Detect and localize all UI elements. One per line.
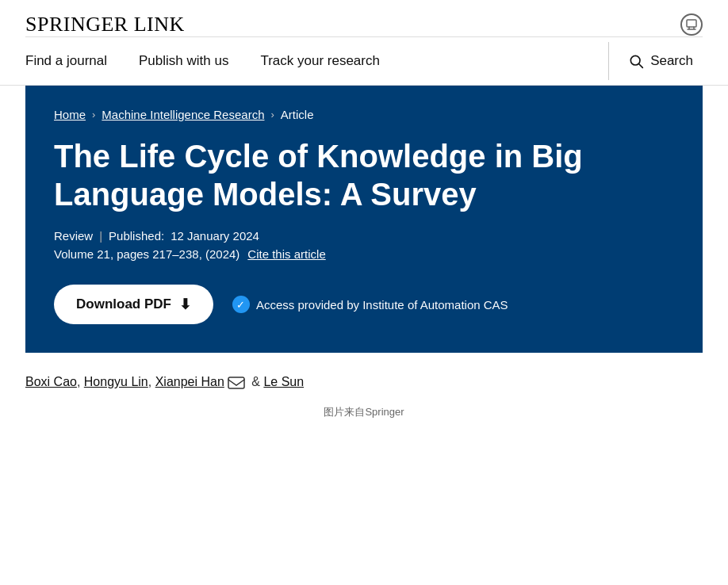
published-date: 12 January 2024 <box>171 229 259 243</box>
breadcrumb-sep-2: › <box>270 109 274 120</box>
published-label: Published: <box>109 229 164 243</box>
author-1[interactable]: Hongyu Lin <box>84 375 148 388</box>
publish-with-us-link[interactable]: Publish with us <box>123 37 244 85</box>
search-button[interactable]: Search <box>619 37 703 85</box>
breadcrumb-journal[interactable]: Machine Intelligence Research <box>102 108 264 121</box>
access-info: ✓ Access provided by Institute of Automa… <box>232 296 508 313</box>
article-type: Review <box>54 229 93 243</box>
breadcrumb-current: Article <box>281 108 314 121</box>
article-actions: Download PDF ⬇ ✓ Access provided by Inst… <box>54 285 674 324</box>
breadcrumb: Home › Machine Intelligence Research › A… <box>54 108 674 121</box>
breadcrumb-home[interactable]: Home <box>54 108 86 121</box>
main-nav: Find a journal Publish with us Track you… <box>0 37 728 86</box>
cite-article-link[interactable]: Cite this article <box>247 247 325 261</box>
nav-divider <box>608 42 609 80</box>
springer-link-logo[interactable]: SPRINGER LINK <box>25 13 185 36</box>
article-title: The Life Cycle of Knowledge in Big Langu… <box>54 137 674 213</box>
meta-sep: | <box>99 229 102 243</box>
download-pdf-button[interactable]: Download PDF ⬇ <box>54 285 213 324</box>
svg-rect-0 <box>687 20 696 27</box>
track-research-link[interactable]: Track your research <box>244 37 396 85</box>
check-icon: ✓ <box>232 296 250 313</box>
find-journal-link[interactable]: Find a journal <box>25 37 123 85</box>
watermark: 图片来自Springer <box>0 402 728 427</box>
email-icon[interactable] <box>228 377 245 389</box>
download-icon: ⬇ <box>179 296 191 313</box>
svg-rect-3 <box>228 377 244 388</box>
author-2[interactable]: Xianpei Han <box>155 375 224 388</box>
breadcrumb-sep-1: › <box>92 109 95 120</box>
page-header: SPRINGER LINK <box>0 0 728 36</box>
volume-info: Volume 21, pages 217–238, (2024) <box>54 247 239 261</box>
svg-line-2 <box>639 64 643 68</box>
hero-section: Home › Machine Intelligence Research › A… <box>25 86 703 353</box>
author-ampersand: & <box>248 375 264 388</box>
access-text-label: Access provided by Institute of Automati… <box>256 298 508 312</box>
article-meta: Review | Published: 12 January 2024 <box>54 229 674 243</box>
logo-text: SPRINGER LINK <box>25 13 185 36</box>
login-icon[interactable] <box>680 13 703 36</box>
nav-links: Find a journal Publish with us Track you… <box>25 37 599 85</box>
authors-section: Boxi Cao, Hongyu Lin, Xianpei Han & Le S… <box>0 353 728 402</box>
download-pdf-label: Download PDF <box>76 296 171 312</box>
author-0[interactable]: Boxi Cao <box>25 375 77 388</box>
author-3[interactable]: Le Sun <box>263 375 304 388</box>
search-icon <box>628 53 644 69</box>
search-label: Search <box>650 53 693 69</box>
volume-line: Volume 21, pages 217–238, (2024) Cite th… <box>54 247 674 261</box>
